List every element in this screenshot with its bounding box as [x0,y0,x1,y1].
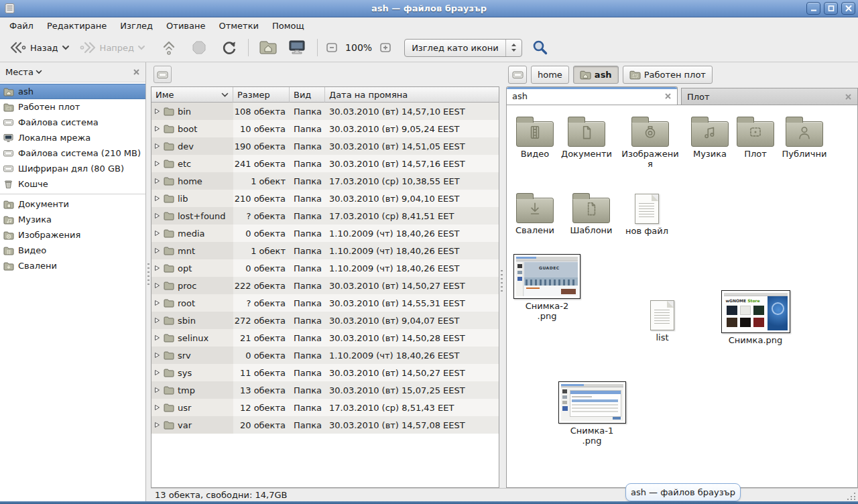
sidebar-item[interactable]: Изображения [0,227,145,243]
path-button-home[interactable]: home [531,66,569,84]
table-row[interactable]: boot10 обектаПапка30.03.2010 (вт) 9,05,2… [151,120,499,137]
expander-icon[interactable] [154,247,160,254]
search-button[interactable] [530,38,550,58]
table-row[interactable]: root? обектаПапка30.03.2010 (вт) 14,55,3… [151,294,499,312]
expander-icon[interactable] [154,108,160,115]
icon-view-item[interactable]: Шаблони [563,192,619,236]
expander-icon[interactable] [154,125,160,132]
icon-view-item[interactable]: Документи [558,116,615,160]
icon-view-item[interactable]: нов файл [619,192,675,237]
title-bar[interactable]: ash — файлов браузър [0,0,858,17]
back-button[interactable]: Назад [5,38,74,58]
sidebar-mode-select[interactable]: Места [5,67,42,77]
pane-splitter[interactable] [499,62,506,488]
view-mode-select[interactable]: Изглед като икони [404,39,522,57]
table-row[interactable]: opt0 обектаПапка1.10.2009 (чт) 18,40,26 … [151,259,499,277]
table-row[interactable]: lib210 обектаПапка30.03.2010 (вт) 9,04,1… [151,190,499,207]
icon-view-item[interactable]: Видео [507,116,563,160]
menu-item-3[interactable]: Изглед [113,19,160,32]
sidebar-item[interactable]: Кошче [0,176,145,192]
table-row[interactable]: sys11 обектаПапка30.03.2010 (вт) 14,50,2… [151,364,499,381]
icon-view-item[interactable]: GUADECСнимка-2.png [511,254,583,322]
stop-button[interactable] [187,37,211,58]
icon-view-item[interactable]: list [635,299,689,343]
root-location-button[interactable] [508,66,527,84]
minimize-button[interactable] [806,2,820,15]
expander-icon[interactable] [154,265,160,271]
sidebar-item[interactable]: Работен плот [0,99,145,115]
expander-icon[interactable] [154,422,160,428]
table-row[interactable]: media0 обектаПапка1.10.2009 (чт) 18,40,2… [151,225,499,242]
expander-icon[interactable] [154,230,160,237]
forward-button[interactable]: Напред [75,38,149,58]
expander-icon[interactable] [154,160,160,167]
tab-ash[interactable]: ash [506,86,678,105]
path-button-desktop[interactable]: Работен плот [623,66,713,84]
expander-icon[interactable] [154,300,160,306]
expander-icon[interactable] [154,178,160,184]
home-button[interactable] [255,37,282,58]
sidebar-item[interactable]: Документи [0,196,145,212]
table-row[interactable]: dev190 обектаПапка30.03.2010 (вт) 14,51,… [151,137,499,155]
sidebar-item[interactable]: Шифриран дял (80 GB) [0,161,145,176]
expander-icon[interactable] [154,352,160,359]
sidebar-item[interactable]: Музика [0,212,145,227]
menu-item-6[interactable]: Помощ [265,19,311,32]
expander-icon[interactable] [154,334,160,341]
icon-view-item[interactable]: Свалени [507,192,563,236]
icon-view-item[interactable]: Снимка-1.png [556,381,627,446]
table-row[interactable]: tmp13 обектаПапка30.03.2010 (вт) 15,07,2… [151,381,499,399]
table-row[interactable]: srv0 обектаПапка1.10.2009 (чт) 18,40,26 … [151,346,499,364]
table-row[interactable]: proc222 обектаПапка30.03.2010 (вт) 14,50… [151,277,499,294]
icon-view-item[interactable]: Публични [776,116,833,160]
sidebar-item[interactable]: Видео [0,243,145,258]
menu-item-5[interactable]: Отметки [212,19,265,32]
expander-icon[interactable] [154,212,160,219]
table-row[interactable]: mnt1 обектПапка1.10.2009 (чт) 18,40,26 E… [151,242,499,259]
table-row[interactable]: usr12 обектаПапка17.03.2010 (ср) 8,51,43… [151,399,499,416]
sidebar-item[interactable]: Свалени [0,258,145,273]
column-header-size[interactable]: Размер [233,87,290,103]
expander-icon[interactable] [154,143,160,149]
sidebar-item[interactable]: Файлова система (210 MB) [0,145,145,161]
close-button[interactable] [841,2,855,15]
computer-button[interactable] [283,36,311,59]
column-header-type[interactable]: Вид [290,87,325,103]
menu-item-2[interactable]: Редактиране [40,19,113,32]
table-row[interactable]: home1 обектПапка17.03.2010 (ср) 10,38,55… [151,172,499,190]
tab-close-button[interactable] [845,93,852,101]
resize-grip[interactable] [847,492,857,500]
up-button[interactable] [156,36,182,59]
icon-view-item[interactable]: wGNOME StoreСнимка.png [720,290,791,346]
sidebar-splitter[interactable] [146,62,151,501]
table-row[interactable]: selinux21 обектаПапка30.03.2010 (вт) 14,… [151,329,499,346]
table-row[interactable]: lost+found? обектаПапка17.03.2010 (ср) 8… [151,207,499,225]
zoom-in-button[interactable] [377,40,393,56]
reload-button[interactable] [217,36,242,59]
expander-icon[interactable] [154,404,160,411]
icon-view-item[interactable]: Изображения [621,116,680,170]
sidebar-item[interactable]: ash [0,84,145,99]
column-header-date[interactable]: Дата на промяна [325,87,499,103]
expander-icon[interactable] [154,369,160,376]
zoom-out-button[interactable] [324,40,340,56]
table-row[interactable]: bin108 обектаПапка30.03.2010 (вт) 14,57,… [151,103,499,120]
root-location-button[interactable] [154,66,172,83]
tab-close-button[interactable] [664,92,672,100]
table-row[interactable]: var20 обектаПапка30.03.2010 (вт) 14,57,0… [151,416,499,434]
icon-view[interactable]: ВидеоДокументиИзображенияМузикаПлотПубли… [506,105,858,488]
sidebar-item[interactable]: Файлова система [0,115,145,130]
expander-icon[interactable] [154,282,160,289]
column-header-name[interactable]: Име [151,87,233,103]
expander-icon[interactable] [154,195,160,202]
table-row[interactable]: etc241 обектаПапка30.03.2010 (вт) 14,57,… [151,155,499,172]
sidebar-item[interactable]: Локална мрежа [0,130,145,145]
maximize-button[interactable] [824,2,838,15]
path-button-ash[interactable]: ash [573,66,619,84]
sidebar-close-button[interactable] [133,68,140,76]
expander-icon[interactable] [154,317,160,324]
icon-view-item[interactable]: Плот [727,116,784,160]
menu-item-1[interactable]: Файл [3,19,40,32]
tab-plot[interactable]: Плот [681,88,858,105]
expander-icon[interactable] [154,387,160,393]
